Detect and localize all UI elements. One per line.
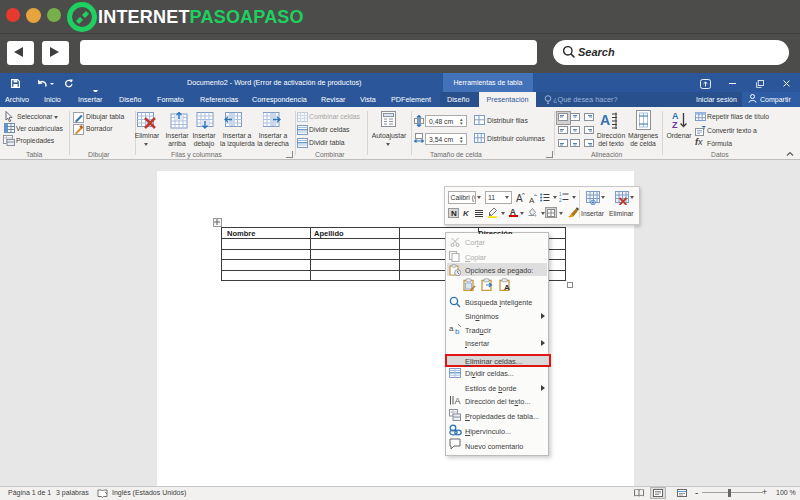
svg-text:A: A (516, 193, 523, 203)
svg-text:A: A (600, 112, 610, 128)
svg-text:1: 1 (559, 192, 562, 197)
svg-text:2: 2 (559, 198, 562, 203)
svg-text:A: A (504, 283, 510, 291)
svg-text:a: a (449, 324, 454, 333)
svg-text:b: b (455, 327, 460, 335)
svg-text:A: A (529, 196, 535, 204)
svg-text:A: A (455, 396, 461, 406)
svg-text:Z: Z (672, 120, 678, 130)
